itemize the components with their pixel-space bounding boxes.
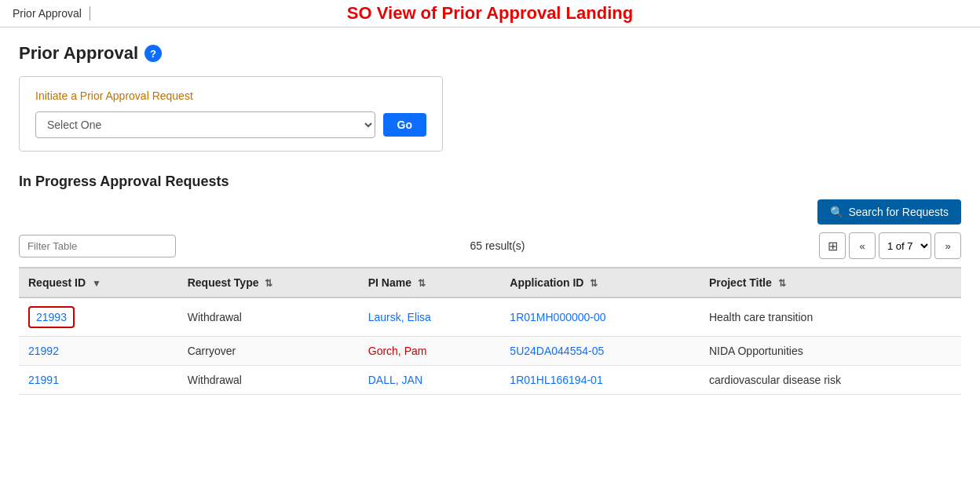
application-id-link[interactable]: 5U24DA044554-05: [510, 345, 604, 357]
help-icon[interactable]: ?: [144, 45, 162, 62]
cell-request-type: Withdrawal: [178, 298, 359, 337]
cell-pi-name: Gorch, Pam: [359, 337, 501, 366]
col-request-type-label: Request Type: [188, 276, 259, 289]
col-pi-name[interactable]: PI Name ⇅: [359, 268, 501, 298]
next-page-button[interactable]: »: [934, 232, 961, 259]
pi-name-link[interactable]: Laursk, Elisa: [368, 311, 431, 323]
request-id-link[interactable]: 21993: [28, 306, 75, 328]
cell-pi-name: Laursk, Elisa: [359, 298, 501, 337]
cell-application-id: 1R01HL166194-01: [500, 366, 700, 395]
sort-icon-application-id: ⇅: [590, 278, 598, 289]
prev-page-button[interactable]: «: [849, 232, 876, 259]
header-row: Request ID ▼ Request Type ⇅ PI Name ⇅ Ap…: [19, 268, 961, 298]
cell-request-id: 21991: [19, 366, 178, 395]
request-type-select[interactable]: Select One: [35, 111, 375, 138]
col-project-title-label: Project Title: [709, 276, 772, 289]
initiate-box: Initiate a Prior Approval Request Select…: [19, 76, 443, 152]
initiate-row: Select One Go: [35, 111, 426, 138]
cell-project-title: NIDA Opportunities: [700, 337, 961, 366]
initiate-label: Initiate a Prior Approval Request: [35, 89, 426, 102]
cell-project-title: cardiovascular disease risk: [700, 366, 961, 395]
page-title: Prior Approval: [19, 43, 138, 64]
search-requests-label: Search for Requests: [848, 206, 949, 218]
page-select[interactable]: 1 of 7 2 of 7 3 of 7 4 of 7 5 of 7 6 of …: [879, 232, 931, 259]
sort-icon-project-title: ⇅: [778, 278, 786, 289]
table-top-actions: 🔍 Search for Requests: [19, 199, 961, 225]
search-requests-button[interactable]: 🔍 Search for Requests: [817, 199, 961, 225]
col-request-type[interactable]: Request Type ⇅: [178, 268, 359, 298]
col-request-id-label: Request ID: [28, 276, 86, 289]
sort-icon-request-type: ⇅: [265, 278, 272, 289]
table-row: 21992CarryoverGorch, Pam5U24DA044554-05N…: [19, 337, 961, 366]
cell-pi-name: DALL, JAN: [359, 366, 501, 395]
table-row: 21993WithdrawalLaursk, Elisa1R01MH000000…: [19, 298, 961, 337]
table-header: Request ID ▼ Request Type ⇅ PI Name ⇅ Ap…: [19, 268, 961, 298]
col-application-id-label: Application ID: [510, 276, 583, 289]
cell-request-type: Withdrawal: [178, 366, 359, 395]
filter-input[interactable]: [19, 235, 176, 257]
page-title-row: Prior Approval ?: [19, 43, 961, 64]
cell-project-title: Health care transition: [700, 298, 961, 337]
application-id-link[interactable]: 1R01HL166194-01: [510, 374, 602, 386]
table-row: 21991WithdrawalDALL, JAN1R01HL166194-01c…: [19, 366, 961, 395]
cell-application-id: 5U24DA044554-05: [500, 337, 700, 366]
application-id-link[interactable]: 1R01MH000000-00: [510, 311, 605, 323]
sort-icon-pi-name: ⇅: [418, 278, 426, 289]
request-id-link[interactable]: 21991: [28, 374, 59, 386]
col-pi-name-label: PI Name: [368, 276, 411, 289]
search-icon: 🔍: [830, 206, 843, 218]
cell-request-type: Carryover: [178, 337, 359, 366]
data-table: Request ID ▼ Request Type ⇅ PI Name ⇅ Ap…: [19, 267, 961, 395]
results-count: 65 result(s): [184, 239, 811, 252]
cell-request-id: 21993: [19, 298, 178, 337]
request-id-link[interactable]: 21992: [28, 345, 59, 357]
top-nav: Prior Approval SO View of Prior Approval…: [0, 0, 980, 27]
pagination-controls: ⊞ « 1 of 7 2 of 7 3 of 7 4 of 7 5 of 7 6…: [819, 232, 961, 259]
grid-icon: ⊞: [828, 239, 838, 254]
col-project-title[interactable]: Project Title ⇅: [700, 268, 961, 298]
nav-divider: [90, 6, 90, 20]
sort-icon-request-id: ▼: [92, 278, 101, 289]
col-application-id[interactable]: Application ID ⇅: [500, 268, 700, 298]
page-heading: SO View of Prior Approval Landing: [347, 3, 633, 24]
cell-application-id: 1R01MH000000-00: [500, 298, 700, 337]
go-button[interactable]: Go: [383, 113, 426, 137]
grid-view-button[interactable]: ⊞: [819, 232, 846, 259]
section-title: In Progress Approval Requests: [19, 173, 961, 190]
table-controls: 65 result(s) ⊞ « 1 of 7 2 of 7 3 of 7 4 …: [19, 232, 961, 259]
cell-request-id: 21992: [19, 337, 178, 366]
pi-name-link[interactable]: DALL, JAN: [368, 374, 422, 386]
table-body: 21993WithdrawalLaursk, Elisa1R01MH000000…: [19, 298, 961, 395]
pi-name-link[interactable]: Gorch, Pam: [368, 345, 427, 357]
col-request-id[interactable]: Request ID ▼: [19, 268, 178, 298]
breadcrumb: Prior Approval: [13, 7, 82, 20]
main-content: Prior Approval ? Initiate a Prior Approv…: [0, 27, 980, 411]
